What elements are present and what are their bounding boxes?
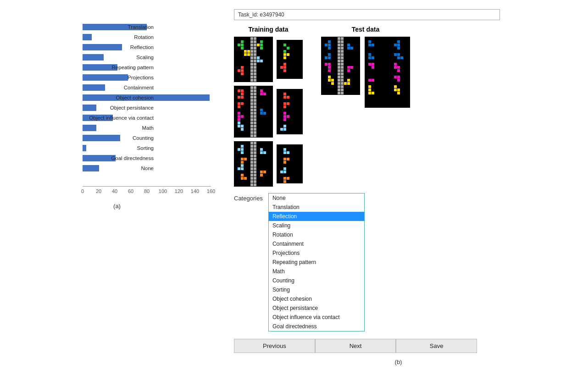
categories-area: Categories NoneTranslationReflectionScal… — [234, 193, 563, 331]
bar-row: Goal directedness — [83, 154, 225, 162]
test-img-1 — [321, 37, 360, 95]
training-title: Training data — [248, 26, 288, 33]
buttons-row: Previous Next Save — [234, 339, 477, 353]
dropdown-item[interactable]: Translation — [269, 203, 364, 212]
bar-label: Projections — [128, 75, 154, 80]
bar-label: Reflection — [130, 44, 154, 50]
train-img-3b — [277, 144, 303, 183]
categories-label: Categories — [234, 193, 263, 202]
bar-row: Object cohesion — [83, 94, 225, 102]
dropdown-item[interactable]: Scaling — [269, 221, 364, 230]
categories-dropdown[interactable]: NoneTranslationReflectionScalingRotation… — [268, 193, 365, 331]
bar-fill — [83, 84, 105, 91]
bar-label: Object cohesion — [116, 95, 154, 100]
training-pair-2 — [234, 86, 303, 138]
bar-chart: TranslationRotationReflectionScalingRepe… — [9, 23, 225, 186]
dropdown-item[interactable]: Containment — [269, 239, 364, 248]
bar-label: Counting — [133, 135, 154, 141]
bar-row: Object influence via contact — [83, 114, 225, 122]
test-img-2 — [365, 37, 410, 108]
bar-label: Rotation — [134, 34, 154, 40]
training-pair-3 — [234, 141, 303, 187]
bar-label: Object persistance — [110, 105, 154, 110]
train-img-2b — [277, 89, 303, 134]
x-tick: 100 — [159, 188, 167, 194]
bar-label: Object influence via contact — [89, 115, 154, 121]
dropdown-item[interactable]: Object persistance — [269, 304, 364, 313]
dropdown-item[interactable]: None — [269, 193, 364, 203]
bar-row: Translation — [83, 23, 225, 31]
x-tick: 20 — [96, 188, 101, 194]
dropdown-item[interactable]: Rotation — [269, 230, 364, 239]
train-img-2a — [234, 86, 273, 138]
bar-fill — [83, 145, 86, 151]
bar-row: Math — [83, 124, 225, 132]
bar-label: None — [141, 166, 154, 171]
dropdown-item[interactable]: Object cohesion — [269, 294, 364, 304]
main-container: TranslationRotationReflectionScalingRepe… — [0, 0, 572, 392]
left-panel: TranslationRotationReflectionScalingRepe… — [9, 9, 225, 383]
right-panel: Task_id: e3497940 Training data — [234, 9, 563, 383]
bar-row: Containment — [83, 83, 225, 92]
bar-label: Translation — [128, 24, 154, 30]
bar-row: Object persistance — [83, 104, 225, 112]
train-img-1a — [234, 37, 273, 82]
bar-fill — [83, 44, 122, 50]
bar-fill — [83, 54, 104, 61]
train-img-1b — [277, 40, 303, 79]
bar-label: Sorting — [137, 145, 154, 151]
chart-area: TranslationRotationReflectionScalingRepe… — [9, 23, 225, 195]
bar-row: None — [83, 164, 225, 172]
x-tick: 0 — [81, 188, 84, 194]
bar-row: Repeating pattern — [83, 63, 225, 72]
bar-label: Math — [142, 125, 154, 131]
bar-label: Containment — [124, 85, 154, 90]
bar-fill — [83, 105, 96, 111]
dropdown-item[interactable]: Object influence via contact — [269, 313, 364, 322]
dropdown-item[interactable]: Math — [269, 267, 364, 276]
dropdown-item[interactable]: Counting — [269, 276, 364, 285]
bar-row: Rotation — [83, 33, 225, 41]
save-button[interactable]: Save — [396, 339, 477, 353]
x-tick: 140 — [191, 188, 199, 194]
bar-row: Sorting — [83, 144, 225, 152]
bar-label: Scaling — [136, 55, 154, 60]
dropdown-item[interactable]: Reflection — [269, 212, 364, 221]
task-id-box: Task_id: e3497940 — [234, 9, 500, 20]
x-tick: 80 — [144, 188, 150, 194]
bar-fill — [83, 125, 96, 131]
training-pair-1 — [234, 37, 303, 82]
bar-fill — [83, 74, 128, 81]
bar-fill — [83, 165, 99, 171]
bar-fill — [83, 34, 92, 40]
bar-fill — [83, 135, 120, 141]
dropdown-item[interactable]: Projections — [269, 248, 364, 258]
bar-row: Reflection — [83, 43, 225, 51]
bar-label: Goal directedness — [111, 155, 154, 161]
bar-row: Counting — [83, 134, 225, 142]
previous-button[interactable]: Previous — [234, 339, 315, 353]
panel-caption: (b) — [234, 359, 563, 365]
test-section: Test data — [321, 26, 410, 108]
x-tick: 120 — [175, 188, 183, 194]
test-title: Test data — [352, 26, 379, 33]
dropdown-item[interactable]: Repeating pattern — [269, 258, 364, 267]
training-section: Training data — [234, 26, 303, 187]
x-tick: 40 — [112, 188, 117, 194]
dropdown-item[interactable]: Sorting — [269, 285, 364, 294]
x-tick: 160 — [207, 188, 215, 194]
bar-row: Projections — [83, 73, 225, 82]
train-img-3a — [234, 141, 273, 187]
bar-row: Scaling — [83, 53, 225, 61]
chart-caption: (a) — [113, 203, 121, 210]
next-button[interactable]: Next — [315, 339, 396, 353]
bar-label: Repeating pattern — [112, 65, 154, 70]
x-tick: 60 — [128, 188, 133, 194]
dropdown-item[interactable]: Goal directedness — [269, 322, 364, 331]
training-pairs — [234, 37, 303, 187]
x-axis: 020406080100120140160 — [83, 186, 211, 195]
test-images — [321, 37, 410, 108]
